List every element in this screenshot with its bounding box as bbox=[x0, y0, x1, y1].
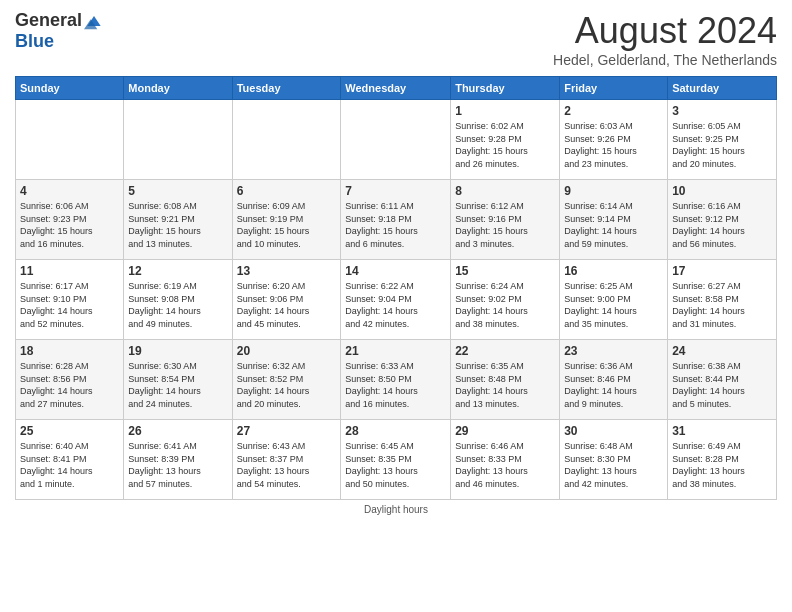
page: General Blue August 2024 Hedel, Gelderla… bbox=[0, 0, 792, 612]
day-info-17: Sunrise: 6:27 AM Sunset: 8:58 PM Dayligh… bbox=[672, 280, 772, 330]
day-info-7: Sunrise: 6:11 AM Sunset: 9:18 PM Dayligh… bbox=[345, 200, 446, 250]
day-info-2: Sunrise: 6:03 AM Sunset: 9:26 PM Dayligh… bbox=[564, 120, 663, 170]
day-number-7: 7 bbox=[345, 184, 446, 198]
calendar: Sunday Monday Tuesday Wednesday Thursday… bbox=[15, 76, 777, 500]
day-number-10: 10 bbox=[672, 184, 772, 198]
col-sunday: Sunday bbox=[16, 77, 124, 100]
day-info-27: Sunrise: 6:43 AM Sunset: 8:37 PM Dayligh… bbox=[237, 440, 337, 490]
cell-0-1 bbox=[124, 100, 232, 180]
week-row-2: 11Sunrise: 6:17 AM Sunset: 9:10 PM Dayli… bbox=[16, 260, 777, 340]
day-number-11: 11 bbox=[20, 264, 119, 278]
day-number-3: 3 bbox=[672, 104, 772, 118]
cell-2-6: 17Sunrise: 6:27 AM Sunset: 8:58 PM Dayli… bbox=[668, 260, 777, 340]
day-number-15: 15 bbox=[455, 264, 555, 278]
cell-2-0: 11Sunrise: 6:17 AM Sunset: 9:10 PM Dayli… bbox=[16, 260, 124, 340]
day-number-28: 28 bbox=[345, 424, 446, 438]
day-info-30: Sunrise: 6:48 AM Sunset: 8:30 PM Dayligh… bbox=[564, 440, 663, 490]
day-number-16: 16 bbox=[564, 264, 663, 278]
logo-general: General bbox=[15, 10, 82, 31]
day-number-1: 1 bbox=[455, 104, 555, 118]
cell-1-0: 4Sunrise: 6:06 AM Sunset: 9:23 PM Daylig… bbox=[16, 180, 124, 260]
week-row-0: 1Sunrise: 6:02 AM Sunset: 9:28 PM Daylig… bbox=[16, 100, 777, 180]
day-info-13: Sunrise: 6:20 AM Sunset: 9:06 PM Dayligh… bbox=[237, 280, 337, 330]
cell-0-3 bbox=[341, 100, 451, 180]
day-number-27: 27 bbox=[237, 424, 337, 438]
day-info-22: Sunrise: 6:35 AM Sunset: 8:48 PM Dayligh… bbox=[455, 360, 555, 410]
day-number-12: 12 bbox=[128, 264, 227, 278]
cell-3-5: 23Sunrise: 6:36 AM Sunset: 8:46 PM Dayli… bbox=[560, 340, 668, 420]
day-number-6: 6 bbox=[237, 184, 337, 198]
subtitle: Hedel, Gelderland, The Netherlands bbox=[553, 52, 777, 68]
day-info-19: Sunrise: 6:30 AM Sunset: 8:54 PM Dayligh… bbox=[128, 360, 227, 410]
logo-icon bbox=[84, 11, 104, 31]
calendar-body: 1Sunrise: 6:02 AM Sunset: 9:28 PM Daylig… bbox=[16, 100, 777, 500]
week-row-3: 18Sunrise: 6:28 AM Sunset: 8:56 PM Dayli… bbox=[16, 340, 777, 420]
day-number-29: 29 bbox=[455, 424, 555, 438]
day-number-31: 31 bbox=[672, 424, 772, 438]
day-info-15: Sunrise: 6:24 AM Sunset: 9:02 PM Dayligh… bbox=[455, 280, 555, 330]
cell-1-5: 9Sunrise: 6:14 AM Sunset: 9:14 PM Daylig… bbox=[560, 180, 668, 260]
day-number-20: 20 bbox=[237, 344, 337, 358]
cell-3-1: 19Sunrise: 6:30 AM Sunset: 8:54 PM Dayli… bbox=[124, 340, 232, 420]
title-section: August 2024 Hedel, Gelderland, The Nethe… bbox=[553, 10, 777, 68]
day-number-19: 19 bbox=[128, 344, 227, 358]
cell-0-5: 2Sunrise: 6:03 AM Sunset: 9:26 PM Daylig… bbox=[560, 100, 668, 180]
day-number-26: 26 bbox=[128, 424, 227, 438]
cell-3-6: 24Sunrise: 6:38 AM Sunset: 8:44 PM Dayli… bbox=[668, 340, 777, 420]
week-row-1: 4Sunrise: 6:06 AM Sunset: 9:23 PM Daylig… bbox=[16, 180, 777, 260]
day-info-21: Sunrise: 6:33 AM Sunset: 8:50 PM Dayligh… bbox=[345, 360, 446, 410]
weekday-header-row: Sunday Monday Tuesday Wednesday Thursday… bbox=[16, 77, 777, 100]
cell-3-2: 20Sunrise: 6:32 AM Sunset: 8:52 PM Dayli… bbox=[232, 340, 341, 420]
footer: Daylight hours bbox=[15, 504, 777, 515]
day-info-23: Sunrise: 6:36 AM Sunset: 8:46 PM Dayligh… bbox=[564, 360, 663, 410]
cell-4-0: 25Sunrise: 6:40 AM Sunset: 8:41 PM Dayli… bbox=[16, 420, 124, 500]
col-saturday: Saturday bbox=[668, 77, 777, 100]
cell-0-2 bbox=[232, 100, 341, 180]
day-info-26: Sunrise: 6:41 AM Sunset: 8:39 PM Dayligh… bbox=[128, 440, 227, 490]
cell-4-2: 27Sunrise: 6:43 AM Sunset: 8:37 PM Dayli… bbox=[232, 420, 341, 500]
day-info-3: Sunrise: 6:05 AM Sunset: 9:25 PM Dayligh… bbox=[672, 120, 772, 170]
col-monday: Monday bbox=[124, 77, 232, 100]
day-number-4: 4 bbox=[20, 184, 119, 198]
cell-0-0 bbox=[16, 100, 124, 180]
day-info-16: Sunrise: 6:25 AM Sunset: 9:00 PM Dayligh… bbox=[564, 280, 663, 330]
day-number-9: 9 bbox=[564, 184, 663, 198]
cell-1-6: 10Sunrise: 6:16 AM Sunset: 9:12 PM Dayli… bbox=[668, 180, 777, 260]
day-info-29: Sunrise: 6:46 AM Sunset: 8:33 PM Dayligh… bbox=[455, 440, 555, 490]
day-number-2: 2 bbox=[564, 104, 663, 118]
day-info-1: Sunrise: 6:02 AM Sunset: 9:28 PM Dayligh… bbox=[455, 120, 555, 170]
col-wednesday: Wednesday bbox=[341, 77, 451, 100]
cell-4-4: 29Sunrise: 6:46 AM Sunset: 8:33 PM Dayli… bbox=[451, 420, 560, 500]
month-title: August 2024 bbox=[553, 10, 777, 52]
day-info-8: Sunrise: 6:12 AM Sunset: 9:16 PM Dayligh… bbox=[455, 200, 555, 250]
day-info-10: Sunrise: 6:16 AM Sunset: 9:12 PM Dayligh… bbox=[672, 200, 772, 250]
cell-1-4: 8Sunrise: 6:12 AM Sunset: 9:16 PM Daylig… bbox=[451, 180, 560, 260]
logo-blue: Blue bbox=[15, 31, 54, 52]
cell-3-3: 21Sunrise: 6:33 AM Sunset: 8:50 PM Dayli… bbox=[341, 340, 451, 420]
calendar-header: Sunday Monday Tuesday Wednesday Thursday… bbox=[16, 77, 777, 100]
daylight-label: Daylight hours bbox=[364, 504, 428, 515]
cell-1-1: 5Sunrise: 6:08 AM Sunset: 9:21 PM Daylig… bbox=[124, 180, 232, 260]
day-info-28: Sunrise: 6:45 AM Sunset: 8:35 PM Dayligh… bbox=[345, 440, 446, 490]
cell-0-6: 3Sunrise: 6:05 AM Sunset: 9:25 PM Daylig… bbox=[668, 100, 777, 180]
cell-1-2: 6Sunrise: 6:09 AM Sunset: 9:19 PM Daylig… bbox=[232, 180, 341, 260]
cell-2-1: 12Sunrise: 6:19 AM Sunset: 9:08 PM Dayli… bbox=[124, 260, 232, 340]
day-number-25: 25 bbox=[20, 424, 119, 438]
day-number-5: 5 bbox=[128, 184, 227, 198]
day-number-18: 18 bbox=[20, 344, 119, 358]
cell-2-3: 14Sunrise: 6:22 AM Sunset: 9:04 PM Dayli… bbox=[341, 260, 451, 340]
cell-4-1: 26Sunrise: 6:41 AM Sunset: 8:39 PM Dayli… bbox=[124, 420, 232, 500]
day-number-22: 22 bbox=[455, 344, 555, 358]
cell-4-5: 30Sunrise: 6:48 AM Sunset: 8:30 PM Dayli… bbox=[560, 420, 668, 500]
day-info-11: Sunrise: 6:17 AM Sunset: 9:10 PM Dayligh… bbox=[20, 280, 119, 330]
day-info-14: Sunrise: 6:22 AM Sunset: 9:04 PM Dayligh… bbox=[345, 280, 446, 330]
cell-3-4: 22Sunrise: 6:35 AM Sunset: 8:48 PM Dayli… bbox=[451, 340, 560, 420]
day-number-21: 21 bbox=[345, 344, 446, 358]
col-thursday: Thursday bbox=[451, 77, 560, 100]
day-info-4: Sunrise: 6:06 AM Sunset: 9:23 PM Dayligh… bbox=[20, 200, 119, 250]
day-info-12: Sunrise: 6:19 AM Sunset: 9:08 PM Dayligh… bbox=[128, 280, 227, 330]
day-info-25: Sunrise: 6:40 AM Sunset: 8:41 PM Dayligh… bbox=[20, 440, 119, 490]
day-info-31: Sunrise: 6:49 AM Sunset: 8:28 PM Dayligh… bbox=[672, 440, 772, 490]
day-number-13: 13 bbox=[237, 264, 337, 278]
day-number-8: 8 bbox=[455, 184, 555, 198]
